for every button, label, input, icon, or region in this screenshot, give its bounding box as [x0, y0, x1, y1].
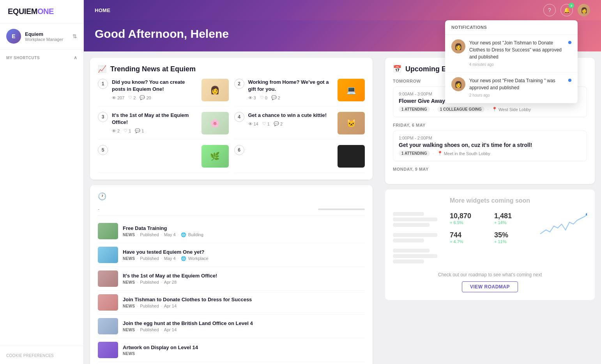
recent-item-5[interactable]: Join the egg hunt at the British Land Of… [98, 315, 365, 338]
stat-value-1: 10,870 [450, 212, 491, 220]
recent-title-1: Free Data Training [123, 225, 365, 231]
stat-change-1: + 6.5% [450, 220, 491, 225]
stat-box-3: 744 + 4.7% [450, 230, 491, 246]
recent-status-4: Published [140, 304, 159, 308]
news-content-2: Working from Home? We've got a gift for … [248, 79, 334, 100]
news-content-5 [112, 145, 198, 147]
meta-tag-2: NEWS [123, 256, 135, 261]
help-button[interactable]: ? [543, 4, 556, 16]
recent-date-4: Apr 14 [164, 304, 177, 308]
views-stat-1: 👁 207 [112, 95, 124, 100]
views-stat-3: 👁 2 [112, 129, 120, 133]
user-avatar-image: 👩 [578, 4, 590, 16]
notif-item-2[interactable]: 👩 Your news post "Free Data Training " w… [445, 72, 578, 103]
news-rank-2: 2 [234, 79, 244, 89]
recent-header-row: - [98, 206, 365, 212]
skeleton-line-4 [393, 233, 437, 237]
event-title-2: Get your walking shoes on, cuz it's time… [399, 142, 581, 148]
notif-avatar-2: 👩 [451, 77, 465, 91]
recent-item-1[interactable]: Free Data Training NEWS · Published · Ma… [98, 219, 365, 243]
recent-thumb-2 [98, 247, 118, 263]
view-roadmap-button[interactable]: VIEW ROADMAP [462, 281, 518, 292]
recent-item-2[interactable]: Have you tested Equiem One yet? NEWS · P… [98, 243, 365, 267]
news-content-3: It's the 1st of May at the Equiem Office… [112, 112, 198, 133]
recent-status-3: Published [140, 280, 159, 284]
recent-info-4: Join Tishman to Donate Clothes to Dress … [123, 297, 365, 308]
recent-item-6[interactable]: Artwork on Display on Level 14 NEWS [98, 338, 365, 362]
news-item-4[interactable]: 4 Get a chance to win a cute kittie! 👁 1… [234, 112, 365, 140]
news-thumb-6 [338, 145, 365, 168]
scroll-indicator [318, 209, 365, 210]
colleague-badge-1: 1 COLLEAGUE GOING [437, 106, 484, 112]
news-rank-1: 1 [98, 79, 108, 89]
notif-unread-1 [568, 41, 571, 44]
stat-change-2: + 14% [494, 220, 536, 225]
eye-icon-1: 👁 [112, 95, 116, 100]
trending-news-card: 📈 Trending News at Equiem 1 Did you know… [90, 58, 373, 180]
cookie-preferences[interactable]: COOKIE PREFERENCES [6, 353, 54, 358]
meta-tag-5: NEWS [123, 328, 135, 332]
events-group-friday: FRIDAY, 6 MAY 1:00PM - 2:00PM Get your w… [393, 123, 587, 161]
news-stats-2: 👁 3 ♡ 0 💬 2 [248, 95, 334, 100]
news-item-2[interactable]: 2 Working from Home? We've got a gift fo… [234, 79, 365, 106]
recent-header: 🕐 [98, 192, 365, 201]
recent-meta-6: NEWS [123, 352, 365, 356]
widgets-chart [540, 210, 587, 242]
notif-item-1[interactable]: 👩 Your news post "Join Tishman to Donate… [445, 35, 578, 72]
notification-button[interactable]: 🔔 3 [560, 4, 573, 16]
calendar-icon: 📅 [393, 65, 401, 73]
left-panel: 📈 Trending News at Equiem 1 Did you know… [84, 51, 379, 364]
widgets-content: 10,870 + 6.5% 1,481 + 14% 744 + 4.7% 3 [393, 210, 587, 267]
recent-title-2: Have you tested Equiem One yet? [123, 249, 365, 255]
news-rank-6: 6 [234, 145, 244, 155]
user-avatar-top[interactable]: 👩 [578, 4, 590, 16]
news-thumb-3: 🌸 [202, 112, 229, 134]
comment-icon-2: 💬 [271, 95, 277, 100]
shortcuts-header[interactable]: MY SHORTCUTS ∧ [6, 55, 77, 60]
recent-thumb-3 [98, 270, 118, 287]
recent-info-3: It's the 1st of May at the Equiem Office… [123, 273, 365, 284]
stat-value-3: 744 [450, 231, 491, 239]
notif-text-2: Your news post "Free Data Training " was… [469, 77, 564, 98]
recent-thumb-6 [98, 342, 118, 358]
recent-thumb-4 [98, 294, 118, 311]
recent-item-4[interactable]: Join Tishman to Donate Clothes to Dress … [98, 291, 365, 315]
skeleton-line-3 [393, 223, 430, 227]
widgets-card: More widgets coming soon [385, 189, 595, 300]
sidebar: EQUIEMONE E Equiem Workplace Manager ⇅ M… [0, 0, 84, 364]
news-item-3[interactable]: 3 It's the 1st of May at the Equiem Offi… [98, 112, 229, 140]
news-thumb-5: 🌿 [202, 145, 229, 168]
eye-icon-3: 👁 [112, 129, 116, 133]
news-item-1[interactable]: 1 Did you know? You can create posts in … [98, 79, 229, 106]
event-walking[interactable]: 1:00PM - 2:00PM Get your walking shoes o… [393, 131, 587, 161]
section-divider [98, 215, 365, 216]
sort-icon[interactable]: ⇅ [72, 33, 77, 39]
recent-status-5: Published [140, 327, 159, 332]
news-headline-2: Working from Home? We've got a gift for … [248, 79, 334, 93]
skeleton-group-2 [393, 233, 445, 242]
likes-stat-4: ♡ 1 [262, 121, 270, 126]
comments-stat-1: 💬 20 [140, 95, 151, 100]
meta-tag-3: NEWS [123, 280, 135, 284]
heart-icon-1: ♡ [128, 95, 132, 100]
recent-title-4: Join Tishman to Donate Clothes to Dress … [123, 297, 365, 302]
sidebar-footer: COOKIE PREFERENCES [0, 346, 83, 364]
news-item-5[interactable]: 5 🌿 [98, 145, 229, 173]
stat-box-4: 35% + 11% [494, 230, 536, 246]
comment-icon-1: 💬 [140, 95, 145, 100]
likes-stat-3: ♡ 1 [124, 128, 131, 133]
recent-card: 🕐 - Free Data Training NEWS [90, 185, 373, 364]
date-label-monday: MONDAY, 9 MAY [393, 167, 587, 171]
news-item-6[interactable]: 6 [234, 145, 365, 173]
stat-box-1: 10,870 + 6.5% [450, 210, 491, 226]
shortcuts-label: MY SHORTCUTS [6, 56, 40, 60]
recent-thumb-1 [98, 223, 118, 239]
event-location-2: 📍 Meet in the South Lobby [437, 151, 490, 156]
recent-item-3[interactable]: It's the 1st of May at the Equiem Office… [98, 267, 365, 291]
stat-value-4: 35% [494, 231, 536, 239]
location-pin-icon-1: 📍 [492, 107, 497, 112]
heart-icon-2: ♡ [260, 95, 264, 100]
location-icon-2: 🌐 [181, 256, 186, 261]
widgets-title: More widgets coming soon [393, 197, 587, 204]
news-content-6 [248, 145, 334, 147]
